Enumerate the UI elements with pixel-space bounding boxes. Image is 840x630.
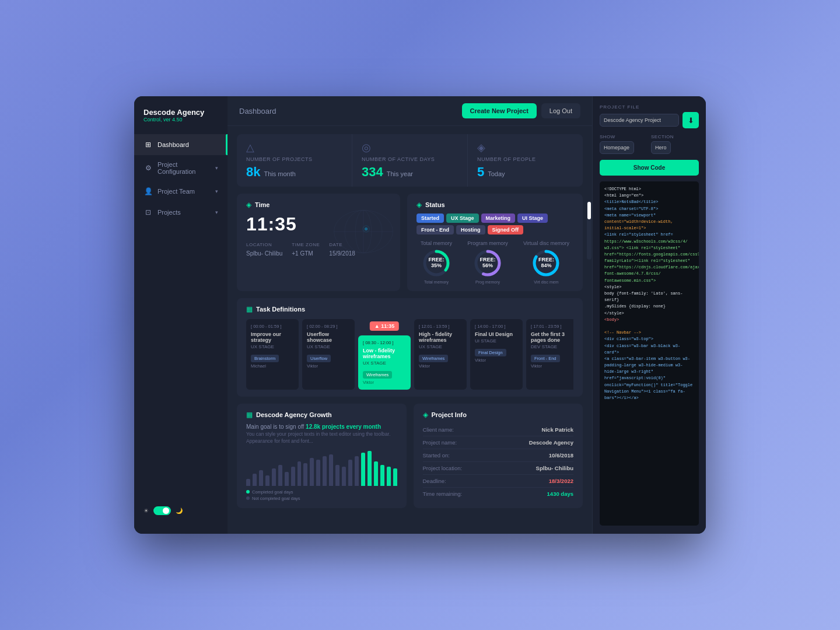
page-title: Dashboard: [239, 107, 276, 116]
code-line: w3.css"> <link rel="stylesheet": [604, 245, 694, 251]
task-tag: Final Design: [475, 349, 506, 356]
show-select[interactable]: Homepage: [600, 141, 634, 154]
code-line: <style>: [604, 284, 694, 290]
growth-legend: Completed goal days Not completed goal d…: [246, 489, 397, 501]
info-row: Project name:Descode Agency: [423, 436, 574, 449]
tag-frontend: Front - End: [416, 225, 454, 235]
stat-value-projects: 8k: [246, 164, 260, 180]
project-file-select[interactable]: Descode Agency Project: [600, 114, 679, 127]
sidebar-item-dashboard[interactable]: ⊞ Dashboard: [134, 134, 228, 155]
code-line: href="https://cdnjs.cloudflare.com/ajax/…: [604, 264, 694, 271]
stat-label: Number of people: [477, 156, 573, 162]
task-person: Viktor: [419, 363, 462, 369]
bar-item: [342, 467, 346, 486]
growth-card: ▦ Descode Agency Growth Main goal is to …: [237, 404, 407, 508]
status-tags: Started UX Stage Marketing UI Stage Fron…: [416, 214, 573, 235]
gauges-row: Total memory FREE:35% Total memory: [416, 240, 573, 284]
bar-item: [361, 453, 365, 486]
code-line: onclick="myFunction()" title="Toggle Nav…: [604, 382, 694, 402]
projects-stat-icon: △: [246, 141, 342, 154]
bar-item: [329, 454, 333, 486]
gauge-label: Program memory: [467, 240, 508, 246]
timezone-label: TIME ZONE: [292, 242, 320, 247]
code-line: [604, 323, 694, 330]
sun-icon: ☀: [144, 508, 149, 514]
stat-card-days: ◎ Number of active days 334 This year: [352, 134, 468, 187]
tag-marketing: Marketing: [481, 214, 516, 223]
info-key: Client name:: [423, 426, 454, 433]
section-select[interactable]: Hero: [651, 141, 671, 154]
task-name: Low - fidelity wireframes: [363, 348, 406, 359]
bar-item: [246, 479, 250, 486]
dark-mode-toggle[interactable]: [153, 506, 171, 515]
code-line: font-awesome/4.7.0/css/: [604, 271, 694, 277]
task-item: [ 00:00 - 01:59 ] Improve our strategy U…: [246, 319, 299, 390]
task-time: [ 08:30 - 12:00 ]: [363, 340, 406, 345]
code-line: <div class="w3-top">: [604, 336, 694, 342]
task-tag: Front - End: [531, 355, 560, 362]
theme-toggle: ☀ 🌙: [134, 499, 228, 522]
growth-title: Descode Agency Growth: [256, 411, 332, 418]
sidebar: Descode Agency Control, ver 4.50 ⊞ Dashb…: [134, 96, 228, 534]
sidebar-nav: ⊞ Dashboard ⚙ Project Configuration ▾ 👤 …: [134, 134, 228, 499]
growth-icon: ▦: [246, 411, 253, 419]
gauge-label: Total memory: [421, 240, 452, 246]
tasks-card: ▦ Task Definitions [ 00:00 - 01:59 ] Imp…: [237, 298, 583, 397]
main-content: Dashboard Create New Project Log Out △ N…: [228, 96, 592, 534]
sidebar-item-project-config[interactable]: ⚙ Project Configuration ▾: [134, 155, 228, 181]
sidebar-item-project-team[interactable]: 👤 Project Team ▾: [134, 181, 228, 202]
code-line: </style>: [604, 310, 694, 317]
task-stage: UX STAGE: [419, 344, 462, 349]
info-row: Client name:Nick Patrick: [423, 424, 574, 436]
gauge-sublabel: Virt disc mem: [523, 280, 569, 284]
bar-item: [259, 470, 263, 486]
growth-chart: [246, 451, 397, 486]
stat-card-people: ◈ Number of people 5 Today: [468, 134, 583, 187]
bar-item: [323, 456, 327, 486]
gauge-text: FREE:84%: [538, 257, 554, 269]
status-card-title: Status: [425, 201, 445, 208]
code-line: body {font-family: 'Lato', sans-serif}: [604, 290, 694, 303]
task-person: Viktor: [475, 358, 518, 363]
download-button[interactable]: ⬇: [682, 112, 699, 128]
timezone-value: +1 GTM: [292, 250, 313, 257]
code-line: content="width=device-width, initial-sca…: [604, 219, 694, 232]
bar-item: [348, 460, 352, 486]
task-stage: UX STAGE: [363, 360, 406, 366]
task-person: Viktor: [363, 380, 406, 385]
bar-item: [278, 465, 282, 486]
create-project-button[interactable]: Create New Project: [462, 103, 537, 118]
bar-item: [387, 467, 391, 486]
topbar: Dashboard Create New Project Log Out: [228, 96, 592, 126]
gauge-circle: FREE:56%: [473, 249, 502, 278]
task-time: [ 14:00 - 17:00 ]: [475, 324, 518, 329]
task-time: [ 00:00 - 01:59 ]: [251, 324, 294, 329]
right-panel: PROJECT FILE Descode Agency Project ⬇ SH…: [592, 96, 706, 534]
task-tag: Wireframes: [363, 371, 392, 379]
show-code-button[interactable]: Show Code: [600, 160, 699, 176]
sidebar-item-projects[interactable]: ⊡ Projects ▾: [134, 202, 228, 223]
bar-item: [265, 475, 270, 486]
show-section-row: SHOW Homepage SECTION Hero: [600, 134, 699, 154]
task-name: Get the first 3 pages done: [531, 331, 573, 343]
topbar-actions: Create New Project Log Out: [462, 103, 580, 118]
task-tag: Userflow: [307, 355, 331, 362]
info-value: 10/6/2018: [549, 452, 573, 459]
brand-name: Descode Agency: [144, 108, 218, 117]
sidebar-item-label: Project Configuration: [158, 161, 215, 175]
show-label: SHOW: [600, 134, 648, 139]
sidebar-item-label: Dashboard: [158, 141, 218, 148]
gauge-text: FREE:35%: [429, 257, 444, 269]
stat-value-people: 5: [477, 164, 484, 180]
growth-desc: You can style your project texts in the …: [246, 431, 397, 445]
sidebar-item-label: Project Team: [158, 188, 215, 195]
mid-row: ◈ Time 11:35: [237, 194, 583, 291]
location-value: Splbu- Chilibu: [246, 250, 282, 257]
scrollbar[interactable]: [587, 201, 592, 260]
tasks-title: Task Definitions: [256, 306, 305, 313]
code-line: <a class="w3-bar-item w3-button w3-paddi…: [604, 356, 694, 382]
logout-button[interactable]: Log Out: [541, 103, 580, 118]
stat-value-days: 334: [362, 164, 383, 180]
task-time: [ 02:00 - 08:29 ]: [307, 324, 350, 329]
legend-not-dot: [246, 496, 250, 500]
